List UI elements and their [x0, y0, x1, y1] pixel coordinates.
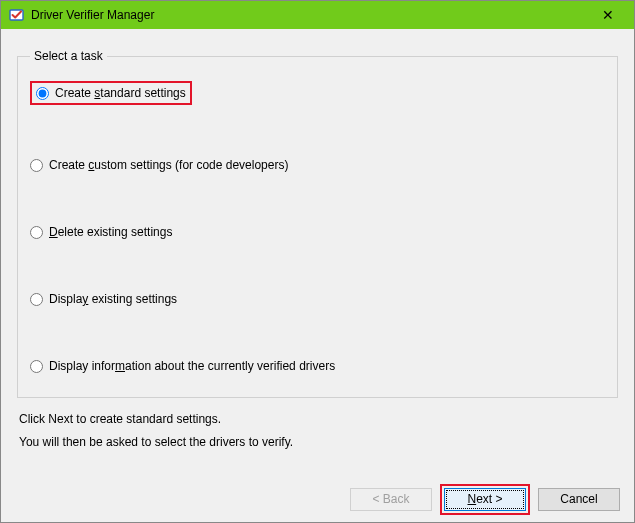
task-option-highlight: Create standard settings [30, 81, 192, 105]
task-radio-label[interactable]: Delete existing settings [49, 225, 172, 239]
task-option-inner: Create custom settings (for code develop… [30, 158, 288, 172]
task-radio-label[interactable]: Create custom settings (for code develop… [49, 158, 288, 172]
hint-line1: Click Next to create standard settings. [19, 408, 618, 431]
next-button-highlight: Next > [440, 484, 530, 515]
task-option-row: Create custom settings (for code develop… [28, 154, 607, 176]
task-option-inner: Display existing settings [30, 292, 177, 306]
group-legend: Select a task [30, 49, 107, 63]
app-icon [9, 7, 25, 23]
select-task-group: Select a task Create standard settingsCr… [17, 49, 618, 398]
task-radio-label[interactable]: Display information about the currently … [49, 359, 335, 373]
content-area: Select a task Create standard settingsCr… [1, 29, 634, 472]
next-button[interactable]: Next > [444, 488, 526, 511]
task-option-inner: Delete existing settings [30, 225, 172, 239]
titlebar: Driver Verifier Manager ✕ [1, 1, 634, 29]
task-radio[interactable] [30, 360, 43, 373]
window-title: Driver Verifier Manager [31, 8, 588, 22]
task-radio[interactable] [36, 87, 49, 100]
task-radio-label[interactable]: Display existing settings [49, 292, 177, 306]
task-option-row: Create standard settings [28, 77, 607, 109]
task-option-row: Display existing settings [28, 288, 607, 310]
hint-line2: You will then be asked to select the dri… [19, 431, 618, 454]
task-option-row: Display information about the currently … [28, 355, 607, 377]
task-radio[interactable] [30, 293, 43, 306]
hint-text: Click Next to create standard settings. … [17, 408, 618, 454]
close-button[interactable]: ✕ [588, 1, 628, 29]
task-option-inner: Display information about the currently … [30, 359, 335, 373]
button-bar: < Back Next > Cancel [1, 472, 634, 523]
task-radio[interactable] [30, 226, 43, 239]
task-radio[interactable] [30, 159, 43, 172]
cancel-button[interactable]: Cancel [538, 488, 620, 511]
task-option-row: Delete existing settings [28, 221, 607, 243]
back-button: < Back [350, 488, 432, 511]
task-radio-label[interactable]: Create standard settings [55, 86, 186, 100]
